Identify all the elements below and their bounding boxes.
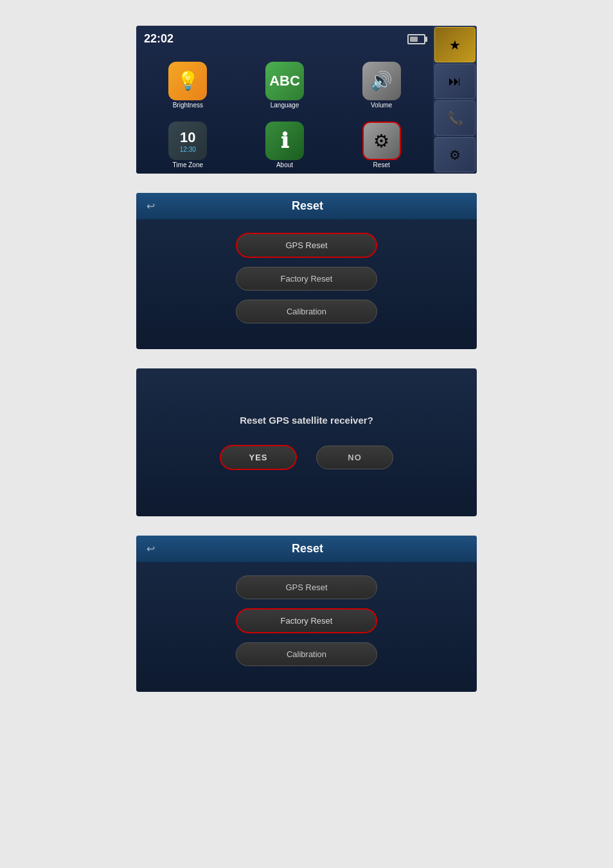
screen1-settings: 22:02 💡 Brightness ABC Language 🔊 Volume [136, 26, 477, 174]
calibration-button[interactable]: Calibration [236, 300, 377, 323]
screen3-gps-confirm: Reset GPS satellite receiver? YES NO [136, 368, 477, 516]
screen1-header: 22:02 [141, 31, 428, 47]
reset-app[interactable]: ⚙ Reset [335, 113, 428, 169]
timezone-app[interactable]: 10 12:30 Time Zone [141, 113, 235, 169]
settings-main-area: 22:02 💡 Brightness ABC Language 🔊 Volume [136, 26, 433, 174]
calibration-button-2[interactable]: Calibration [236, 642, 377, 666]
reset-button-list-2: GPS Reset Factory Reset Calibration [136, 563, 477, 679]
app-grid: 💡 Brightness ABC Language 🔊 Volume 10 12… [141, 52, 428, 168]
sidebar-favorites-btn[interactable]: ★ [434, 27, 475, 62]
gps-reset-button[interactable]: GPS Reset [236, 233, 377, 258]
yes-button[interactable]: YES [220, 445, 297, 470]
sidebar-media-btn[interactable]: ⏭ [434, 64, 475, 99]
battery-icon [407, 34, 425, 44]
timezone-label: Time Zone [173, 161, 203, 168]
screen4-reset-menu: ↩ Reset GPS Reset Factory Reset Calibrat… [136, 536, 477, 692]
brightness-app[interactable]: 💡 Brightness [141, 52, 235, 109]
reset-header-2: ↩ Reset [136, 536, 477, 563]
timezone-icon: 10 12:30 [168, 122, 207, 160]
language-label: Language [271, 102, 299, 109]
reset-header: ↩ Reset [136, 193, 477, 220]
gps-reset-button-2[interactable]: GPS Reset [236, 575, 377, 599]
sidebar-phone-btn[interactable]: 📞 [434, 100, 475, 136]
reset-label: Reset [373, 161, 390, 168]
no-button[interactable]: NO [316, 446, 393, 469]
screen2-reset-menu: ↩ Reset GPS Reset Factory Reset Calibrat… [136, 193, 477, 349]
brightness-label: Brightness [173, 102, 203, 109]
confirm-button-group: YES NO [220, 445, 393, 470]
sidebar-settings-btn[interactable]: ⚙ [434, 137, 475, 172]
brightness-icon: 💡 [168, 62, 207, 100]
factory-reset-button[interactable]: Factory Reset [236, 267, 377, 291]
back-button-2[interactable]: ↩ [147, 543, 155, 555]
battery-fill [410, 37, 418, 42]
about-app[interactable]: ℹ About [238, 113, 332, 169]
back-button[interactable]: ↩ [147, 200, 155, 212]
clock-display: 22:02 [144, 32, 173, 46]
sidebar: ★ ⏭ 📞 ⚙ [433, 26, 477, 174]
about-label: About [276, 161, 293, 168]
language-icon: ABC [265, 62, 304, 100]
volume-app[interactable]: 🔊 Volume [335, 52, 428, 109]
reset-icon: ⚙ [362, 122, 401, 160]
factory-reset-button-2[interactable]: Factory Reset [236, 608, 377, 633]
language-app[interactable]: ABC Language [238, 52, 332, 109]
reset-title-2: Reset [161, 542, 454, 556]
volume-label: Volume [371, 102, 392, 109]
reset-button-list: GPS Reset Factory Reset Calibration [136, 220, 477, 336]
confirm-message: Reset GPS satellite receiver? [240, 415, 373, 426]
reset-title: Reset [161, 199, 454, 213]
about-icon: ℹ [265, 122, 304, 160]
volume-icon: 🔊 [362, 62, 401, 100]
